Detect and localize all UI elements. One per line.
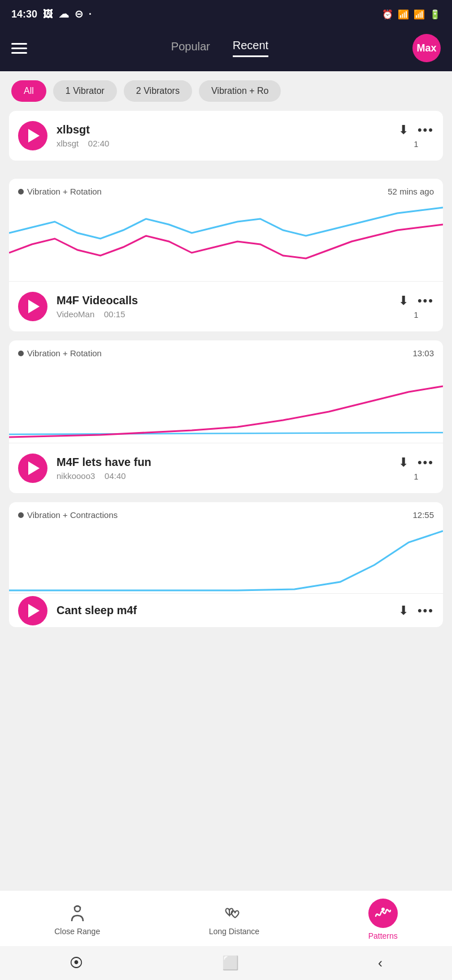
chart-time-4: 12:55 — [412, 510, 434, 520]
chart-area-3 — [9, 364, 443, 443]
status-icon-image: 🖼 — [43, 8, 53, 20]
track-info-4: Cant sleep m4f — [56, 604, 389, 617]
time-display: 14:30 — [11, 8, 37, 20]
filter-2-vibrators[interactable]: 2 Vibrators — [124, 80, 192, 102]
chart-tag-3: Vibration + Rotation — [18, 348, 102, 358]
track-info-2: M4F Videocalls VideoMan 00:15 — [56, 294, 389, 319]
nav-item-long-distance[interactable]: Long Distance — [209, 903, 260, 936]
track-title-2: M4F Videocalls — [56, 294, 389, 307]
patterns-icon — [375, 905, 392, 922]
chart-area-4 — [9, 525, 443, 593]
bottom-nav: Close Range Long Distance Patterns — [0, 890, 452, 946]
chart-tag-2: Vibration + Rotation — [18, 187, 102, 196]
svg-point-2 — [381, 908, 385, 911]
play-button-4[interactable] — [18, 596, 47, 625]
long-distance-label: Long Distance — [209, 927, 260, 936]
status-bar: 14:30 🖼 ☁ ⊝ · ⏰ 📶 📶 🔋 — [0, 0, 452, 28]
download-icon-1[interactable]: ⬇ — [398, 123, 408, 137]
play-icon-2 — [28, 300, 40, 313]
chart-card-4: Vibration + Contractions 12:55 Cant slee… — [9, 502, 443, 627]
avatar[interactable]: Max — [412, 34, 441, 62]
track-meta-1: xlbsgt 02:40 — [56, 139, 389, 148]
svg-line-0 — [9, 433, 443, 434]
back-btn[interactable]: ‹ — [378, 955, 383, 971]
wifi-icon: 📶 — [398, 9, 409, 20]
download-icon-2[interactable]: ⬇ — [398, 293, 408, 308]
more-icon-3[interactable]: ••• — [418, 455, 434, 470]
track-title-1: xlbsgt — [56, 123, 389, 136]
status-icon-minus: ⊝ — [75, 8, 83, 20]
status-icon-cloud: ☁ — [59, 8, 69, 20]
filter-1-vibrator[interactable]: 1 Vibrator — [53, 80, 117, 102]
tab-recent[interactable]: Recent — [233, 39, 268, 57]
chart-svg-2 — [9, 202, 443, 281]
battery-icon: 🔋 — [429, 9, 441, 20]
hamburger-menu[interactable] — [11, 43, 27, 54]
nav-item-patterns[interactable]: Patterns — [368, 899, 398, 940]
more-icon-1[interactable]: ••• — [418, 123, 434, 137]
download-icon-4[interactable]: ⬇ — [398, 603, 408, 618]
track-actions-3: ⬇ ••• 1 — [398, 455, 434, 481]
play-icon-4 — [28, 604, 40, 618]
chart-time-2: 52 mins ago — [388, 187, 434, 196]
chart-header-3: Vibration + Rotation 13:03 — [9, 340, 443, 364]
close-range-icon — [67, 903, 88, 923]
track-actions-1: ⬇ ••• 1 — [398, 123, 434, 149]
header: Popular Recent Max — [0, 28, 452, 71]
patterns-label: Patterns — [368, 931, 398, 940]
play-button-3[interactable] — [18, 454, 47, 483]
track-meta-3: nikkoooo3 04:40 — [56, 471, 389, 481]
chart-svg-3 — [9, 364, 443, 443]
chart-header-4: Vibration + Contractions 12:55 — [9, 502, 443, 525]
nav-item-close-range[interactable]: Close Range — [54, 903, 100, 936]
play-icon-1 — [28, 129, 40, 143]
more-icon-2[interactable]: ••• — [418, 293, 434, 308]
signal-icon: 📶 — [414, 9, 425, 20]
play-button-1[interactable] — [18, 121, 47, 150]
home-btn[interactable]: ⬜ — [222, 955, 239, 971]
chart-card-2: Vibration + Rotation 52 mins ago M4F Vid… — [9, 179, 443, 331]
tab-popular[interactable]: Popular — [171, 40, 210, 57]
filter-bar: All 1 Vibrator 2 Vibrators Vibration + R… — [0, 71, 452, 111]
count-3: 1 — [414, 472, 419, 481]
chart-header-2: Vibration + Rotation 52 mins ago — [9, 179, 443, 202]
system-nav: ⦿ ⬜ ‹ — [0, 946, 452, 980]
count-2: 1 — [414, 310, 419, 320]
track-title-4: Cant sleep m4f — [56, 604, 389, 617]
filter-all[interactable]: All — [11, 80, 46, 102]
count-1: 1 — [414, 140, 419, 149]
track-actions-4: ⬇ ••• — [398, 603, 434, 618]
alarm-icon: ⏰ — [382, 9, 393, 20]
nav-tabs: Popular Recent — [171, 39, 268, 57]
track-info-3: M4F lets have fun nikkoooo3 04:40 — [56, 456, 389, 481]
download-icon-3[interactable]: ⬇ — [398, 455, 408, 470]
track-meta-2: VideoMan 00:15 — [56, 309, 389, 319]
chart-tag-4: Vibration + Contractions — [18, 510, 118, 520]
play-icon-3 — [28, 461, 40, 475]
chart-card-3: Vibration + Rotation 13:03 M4F lets have… — [9, 340, 443, 493]
chart-time-3: 13:03 — [412, 348, 434, 358]
track-actions-2: ⬇ ••• 1 — [398, 293, 434, 320]
track-info-1: xlbsgt xlbsgt 02:40 — [56, 123, 389, 148]
track-title-3: M4F lets have fun — [56, 456, 389, 469]
chart-svg-4 — [9, 525, 443, 593]
filter-vibration-rotation[interactable]: Vibration + Ro — [199, 80, 281, 102]
status-dot: · — [89, 8, 92, 20]
patterns-active-bg — [368, 899, 398, 928]
close-range-label: Close Range — [54, 927, 100, 936]
play-button-2[interactable] — [18, 292, 47, 321]
long-distance-icon — [224, 903, 244, 923]
chart-area-2 — [9, 202, 443, 281]
recents-btn[interactable]: ⦿ — [69, 955, 83, 971]
track-card-1: xlbsgt xlbsgt 02:40 ⬇ ••• 1 — [9, 111, 443, 161]
more-icon-4[interactable]: ••• — [418, 603, 434, 618]
